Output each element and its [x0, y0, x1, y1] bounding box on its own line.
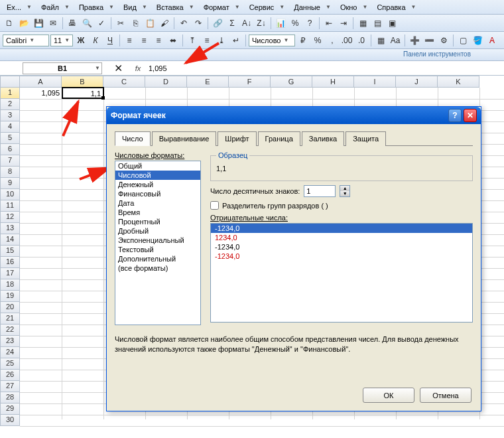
row-header-17[interactable]: 17 — [0, 268, 20, 279]
col-header-c[interactable]: C — [103, 76, 145, 88]
align-center-icon[interactable]: ≡ — [137, 34, 151, 47]
close-icon[interactable]: ✕ — [464, 109, 477, 122]
sort-desc-icon[interactable]: Z↓ — [255, 17, 268, 30]
cell-a1[interactable]: 1,095 — [20, 88, 62, 99]
menu-file[interactable]: Файл — [38, 3, 62, 11]
dialog-titlebar[interactable]: Формат ячеек ? ✕ — [107, 107, 481, 124]
row-header-10[interactable]: 10 — [0, 189, 20, 200]
fmt-currency[interactable]: Денежный — [115, 180, 200, 189]
fmt-time[interactable]: Время — [115, 208, 200, 217]
help-icon[interactable]: ? — [303, 17, 316, 30]
fill-icon[interactable]: 🪣 — [471, 34, 484, 47]
styles-icon[interactable]: Aa — [389, 34, 402, 47]
menu-format[interactable]: Формат — [201, 3, 232, 11]
row-header-21[interactable]: 21 — [0, 313, 20, 325]
col-header-k[interactable]: K — [438, 76, 479, 88]
row-header-7[interactable]: 7 — [0, 155, 20, 167]
wrap-icon[interactable]: ↵ — [229, 34, 243, 47]
col-header-a[interactable]: A — [20, 76, 62, 88]
row-header-22[interactable]: 22 — [0, 325, 20, 336]
col-header-e[interactable]: E — [187, 76, 229, 88]
col-header-g[interactable]: G — [271, 76, 312, 88]
thousands-checkbox[interactable] — [210, 201, 219, 210]
formats-listbox[interactable]: Общий Числовой Денежный Финансовый Дата … — [115, 161, 201, 325]
tab-alignment[interactable]: Выравнивание — [152, 131, 217, 146]
save-icon[interactable]: 💾 — [32, 17, 45, 30]
row-header-11[interactable]: 11 — [0, 200, 20, 212]
menu-insert[interactable]: Вставка — [154, 3, 186, 11]
size-combo[interactable]: 11▼ — [50, 35, 73, 46]
row-header-9[interactable]: 9 — [0, 178, 20, 189]
tab-number[interactable]: Число — [115, 131, 151, 146]
indent-less-icon[interactable]: ⇤ — [322, 17, 336, 30]
row-header-23[interactable]: 23 — [0, 336, 20, 347]
neg-opt-3[interactable]: -1234,0 — [211, 252, 472, 261]
chart-icon[interactable]: 📊 — [274, 17, 287, 30]
cut-icon[interactable]: ✂ — [114, 17, 127, 30]
help-button-icon[interactable]: ? — [448, 109, 462, 122]
open-icon[interactable]: 📂 — [17, 17, 31, 30]
row-header-2[interactable]: 2 — [0, 99, 20, 110]
align-left-icon[interactable]: ≡ — [123, 34, 136, 47]
row-header-15[interactable]: 15 — [0, 246, 20, 257]
row-header-24[interactable]: 24 — [0, 347, 20, 358]
table-icon[interactable]: ▦ — [356, 17, 369, 30]
row-header-12[interactable]: 12 — [0, 212, 20, 223]
redo-icon[interactable]: ↷ — [192, 17, 205, 30]
row-header-3[interactable]: 3 — [0, 110, 20, 121]
panels-link[interactable]: Панели инструментов — [403, 50, 504, 58]
merge-icon[interactable]: ⬌ — [166, 34, 180, 47]
row-header-25[interactable]: 25 — [0, 358, 20, 370]
print-icon[interactable]: 🖶 — [66, 17, 79, 30]
sum-icon[interactable]: Σ — [225, 17, 239, 30]
row-header-13[interactable]: 13 — [0, 223, 20, 234]
row-header-27[interactable]: 27 — [0, 381, 20, 392]
fmt-scientific[interactable]: Экспоненциальный — [115, 236, 200, 245]
fmt-fraction[interactable]: Дробный — [115, 226, 200, 236]
formula-input[interactable]: 1,095 — [145, 64, 504, 72]
col-header-j[interactable]: J — [396, 76, 438, 88]
new-icon[interactable]: 🗋 — [3, 17, 16, 30]
row-header-26[interactable]: 26 — [0, 370, 20, 381]
underline-icon[interactable]: Ч — [103, 34, 117, 47]
row-header-8[interactable]: 8 — [0, 167, 20, 178]
col-header-f[interactable]: F — [229, 76, 271, 88]
valign-mid-icon[interactable]: ≡ — [200, 34, 214, 47]
neg-opt-2[interactable]: -1234,0 — [211, 242, 472, 252]
row-header-1[interactable]: 1 — [0, 88, 20, 99]
neg-opt-1[interactable]: 1234,0 — [211, 233, 472, 242]
fmt-number[interactable]: Числовой — [115, 171, 200, 180]
menu-ex[interactable]: Ex... — [4, 3, 24, 11]
mail-icon[interactable]: ✉ — [46, 17, 60, 30]
col-header-i[interactable]: I — [354, 76, 396, 88]
copy-icon[interactable]: ⎘ — [129, 17, 142, 30]
menu-edit[interactable]: Правка — [76, 3, 106, 11]
tab-fill[interactable]: Заливка — [302, 131, 344, 146]
negative-listbox[interactable]: -1234,0 1234,0 -1234,0 -1234,0 — [210, 223, 473, 323]
row-header-18[interactable]: 18 — [0, 279, 20, 291]
brush-icon[interactable]: 🖌 — [158, 17, 171, 30]
link-icon[interactable]: 🔗 — [211, 17, 224, 30]
sort-asc-icon[interactable]: A↓ — [240, 17, 253, 30]
preview-icon[interactable]: 🔍 — [80, 17, 94, 30]
fx-icon[interactable]: fx — [131, 64, 145, 72]
comma-icon[interactable]: , — [326, 34, 339, 47]
dec-inc-icon[interactable]: .00 — [340, 34, 353, 47]
format-cell-icon[interactable]: ⚙ — [437, 34, 450, 47]
row-header-20[interactable]: 20 — [0, 302, 20, 313]
menu-help[interactable]: Справка — [374, 3, 408, 11]
decimals-spinner[interactable]: ▲ ▼ — [340, 185, 350, 197]
col-header-h[interactable]: H — [312, 76, 354, 88]
cancel-formula-icon[interactable]: ⨯ — [105, 62, 131, 74]
cancel-button[interactable]: Отмена — [420, 388, 472, 403]
paste-icon[interactable]: 📋 — [143, 17, 157, 30]
font-combo[interactable]: Calibri▼ — [3, 35, 49, 46]
row-header-28[interactable]: 28 — [0, 392, 20, 403]
percent-icon[interactable]: % — [288, 17, 302, 30]
font-color-icon[interactable]: A — [485, 34, 499, 47]
menu-window[interactable]: Окно — [338, 3, 360, 11]
menu-data[interactable]: Данные — [291, 3, 323, 11]
tab-border[interactable]: Граница — [258, 131, 300, 146]
col-header-d[interactable]: D — [145, 76, 187, 88]
insert-cell-icon[interactable]: ➕ — [408, 34, 421, 47]
